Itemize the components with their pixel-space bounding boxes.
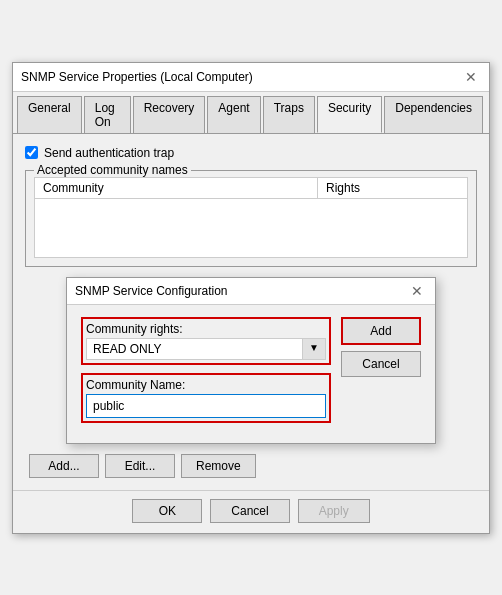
community-name-label: Community Name: <box>86 378 326 392</box>
window-title: SNMP Service Properties (Local Computer) <box>21 70 253 84</box>
community-table-header: Community Rights <box>34 177 468 198</box>
tab-content: Send authentication trap Accepted commun… <box>13 134 489 486</box>
community-rights-field-group: Community rights: READ ONLY ▼ <box>81 317 331 365</box>
community-name-input[interactable] <box>86 394 326 418</box>
dialog-cancel-button[interactable]: Cancel <box>341 351 421 377</box>
tab-agent[interactable]: Agent <box>207 96 260 133</box>
main-window: SNMP Service Properties (Local Computer)… <box>12 62 490 534</box>
community-names-group: Accepted community names Community Right… <box>25 170 477 267</box>
window-footer: OK Cancel Apply <box>13 490 489 533</box>
ok-button[interactable]: OK <box>132 499 202 523</box>
snmp-config-dialog: SNMP Service Configuration ✕ Community r… <box>66 277 436 444</box>
dialog-right-panel: Add Cancel <box>341 317 421 431</box>
community-names-group-label: Accepted community names <box>34 163 191 177</box>
add-button[interactable]: Add... <box>29 454 99 478</box>
community-rights-label: Community rights: <box>86 322 326 336</box>
auth-trap-row: Send authentication trap <box>25 146 477 160</box>
dialog-title-bar: SNMP Service Configuration ✕ <box>67 278 435 305</box>
community-table-body <box>34 198 468 258</box>
community-rights-arrow[interactable]: ▼ <box>302 339 325 359</box>
dialog-overlay: SNMP Service Configuration ✕ Community r… <box>25 277 477 444</box>
dialog-content: Community rights: READ ONLY ▼ Community … <box>67 305 435 443</box>
dialog-left-panel: Community rights: READ ONLY ▼ Community … <box>81 317 331 431</box>
tab-traps[interactable]: Traps <box>263 96 315 133</box>
community-name-field-group: Community Name: <box>81 373 331 423</box>
community-rights-value: READ ONLY <box>87 339 302 359</box>
col-community: Community <box>35 178 318 198</box>
title-bar: SNMP Service Properties (Local Computer)… <box>13 63 489 92</box>
tab-bar: General Log On Recovery Agent Traps Secu… <box>13 92 489 134</box>
dialog-close-button[interactable]: ✕ <box>407 283 427 299</box>
tab-security[interactable]: Security <box>317 96 382 133</box>
edit-button[interactable]: Edit... <box>105 454 175 478</box>
cancel-button[interactable]: Cancel <box>210 499 289 523</box>
apply-button[interactable]: Apply <box>298 499 370 523</box>
remove-button[interactable]: Remove <box>181 454 256 478</box>
tab-dependencies[interactable]: Dependencies <box>384 96 483 133</box>
auth-trap-label: Send authentication trap <box>44 146 174 160</box>
bottom-buttons-row: Add... Edit... Remove <box>25 454 477 478</box>
community-rights-select-wrapper[interactable]: READ ONLY ▼ <box>86 338 326 360</box>
tab-general[interactable]: General <box>17 96 82 133</box>
window-close-button[interactable]: ✕ <box>461 69 481 85</box>
auth-trap-checkbox[interactable] <box>25 146 38 159</box>
col-rights: Rights <box>318 178 467 198</box>
tab-logon[interactable]: Log On <box>84 96 131 133</box>
tab-recovery[interactable]: Recovery <box>133 96 206 133</box>
dialog-add-button[interactable]: Add <box>341 317 421 345</box>
dialog-title: SNMP Service Configuration <box>75 284 228 298</box>
